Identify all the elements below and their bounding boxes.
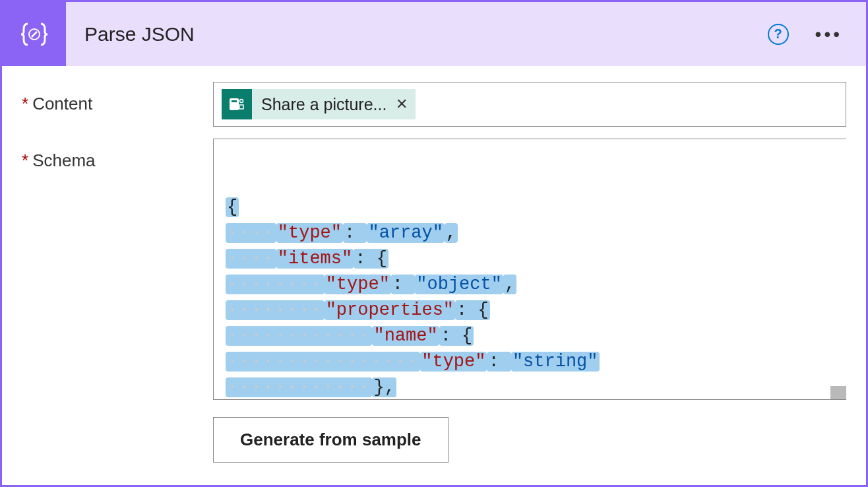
schema-row: *Schema {····"type": "array",····"items"… [22, 139, 846, 463]
schema-line: ····"type": "array", [226, 220, 834, 246]
content-row: *Content Share a picture... ✕ [22, 82, 846, 127]
generate-from-sample-button[interactable]: Generate from sample [213, 417, 449, 463]
more-icon[interactable]: ••• [815, 31, 842, 38]
action-title: Parse JSON [84, 23, 768, 46]
action-body: *Content Share a picture... ✕ [2, 66, 866, 487]
action-header: Parse JSON ? ••• [2, 2, 866, 66]
token-label: Share a picture... [261, 95, 387, 114]
schema-line: ········"properties": { [226, 298, 834, 323]
token-remove-icon[interactable]: ✕ [396, 96, 408, 113]
help-icon[interactable]: ? [768, 24, 789, 45]
content-input[interactable]: Share a picture... ✕ [213, 82, 846, 127]
forms-icon [222, 89, 252, 119]
content-label: *Content [22, 82, 213, 114]
action-icon [2, 2, 66, 66]
scrollbar-thumb[interactable] [830, 386, 846, 399]
braces-edit-icon [18, 18, 50, 50]
svg-point-3 [240, 100, 243, 103]
required-asterisk: * [22, 94, 28, 114]
schema-line: ············}, [226, 375, 834, 400]
schema-line: ················"type": "string" [226, 349, 834, 375]
schema-line: { [226, 195, 834, 220]
svg-rect-2 [232, 100, 237, 102]
schema-line: ····"items": { [226, 246, 834, 272]
schema-line: ········"type": "object", [226, 272, 834, 298]
schema-line: ············"name": { [226, 323, 834, 349]
svg-rect-1 [230, 98, 239, 110]
required-asterisk: * [22, 150, 28, 170]
svg-rect-4 [239, 105, 243, 109]
dynamic-content-token[interactable]: Share a picture... ✕ [222, 89, 416, 119]
schema-editor[interactable]: {····"type": "array",····"items": {·····… [213, 139, 846, 400]
schema-label: *Schema [22, 139, 213, 171]
